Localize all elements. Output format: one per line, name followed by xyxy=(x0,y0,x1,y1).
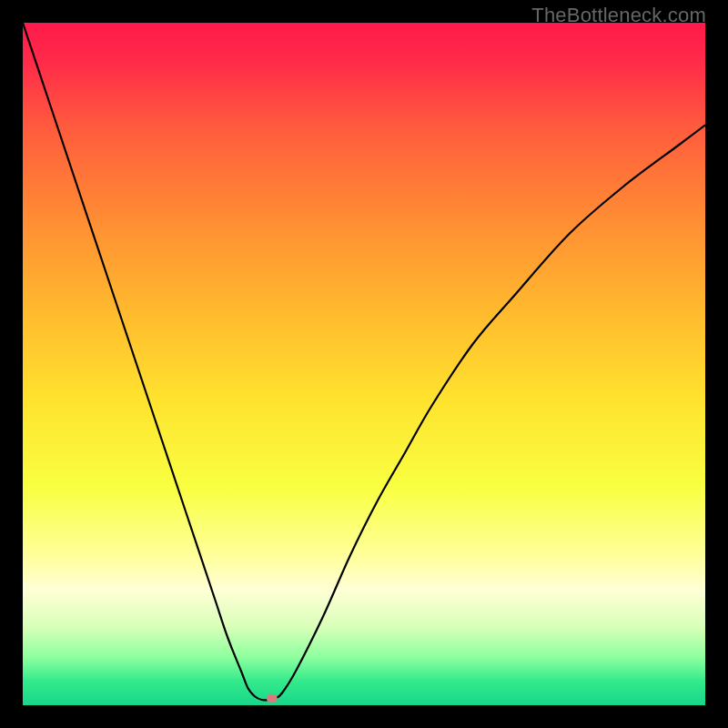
gradient-background xyxy=(23,23,705,705)
plot-area xyxy=(23,23,705,705)
chart-frame: TheBottleneck.com xyxy=(0,0,728,728)
chart-svg xyxy=(23,23,705,705)
optimum-marker xyxy=(267,694,278,703)
watermark-text: TheBottleneck.com xyxy=(531,4,706,27)
